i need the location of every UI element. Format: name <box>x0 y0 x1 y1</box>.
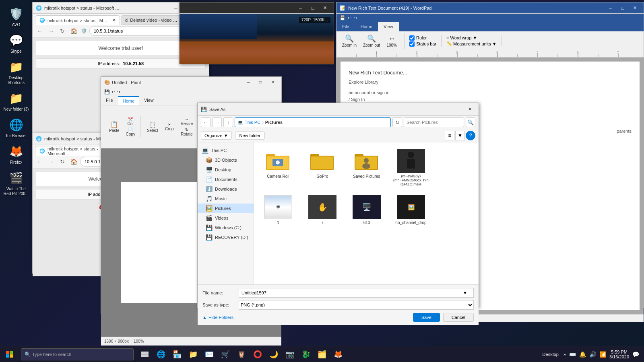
sidebar-desktop[interactable]: 🖥️ Desktop <box>198 165 254 175</box>
b2-reload[interactable]: ↻ <box>58 157 67 167</box>
zoom-out-btn[interactable]: 🔍 Zoom out <box>361 33 382 49</box>
taskbar-firefox[interactable]: 🦊 <box>332 348 345 361</box>
home-btn[interactable]: 🏠 <box>69 26 78 36</box>
resize-btn[interactable]: ↔ Resize <box>178 117 196 126</box>
desktop-btn[interactable]: Desktop <box>543 352 559 357</box>
save-btn[interactable]: Save <box>413 313 440 322</box>
taskbar-unknown2[interactable]: 🌙 <box>267 348 280 361</box>
folder-camera-roll[interactable]: Camera Roll <box>258 146 298 189</box>
saveas-close[interactable]: ✕ <box>464 105 475 114</box>
browser-tab-main[interactable]: 🌐 mikrotik hotspot > status - Microsoft … <box>35 15 120 25</box>
sidebar-this-pc[interactable]: 💻 This PC <box>198 146 254 155</box>
paste-btn[interactable]: 📋 Paste <box>107 119 122 134</box>
measurement-btn[interactable]: 📏 Measurement units ▼ <box>446 41 496 46</box>
file-610[interactable]: 🖥️ 610 <box>347 193 387 227</box>
camera-minimize[interactable]: ─ <box>295 4 306 12</box>
keyboard-icon[interactable]: ⌨️ <box>569 351 576 358</box>
sidebar-videos[interactable]: 🎬 Videos <box>198 213 254 223</box>
hide-folders-btn[interactable]: ▲ Hide Folders <box>202 315 233 320</box>
camera-close[interactable]: ✕ <box>319 4 330 12</box>
file-complex-name[interactable]: (m=ewlG0y)(mh=FMNOM0cXHYnQa4ZO)male <box>391 146 431 189</box>
file-channel-drop[interactable]: 🖼️ ho_channel_drop <box>391 193 431 227</box>
sidebar-windows-c[interactable]: 💾 Windows (C:) <box>198 223 254 232</box>
organize-btn[interactable]: Organize ▼ <box>201 132 232 140</box>
saveas-back-btn[interactable]: ← <box>201 117 211 127</box>
folder-saved-pictures[interactable]: Saved Pictures <box>347 146 387 189</box>
wordpad-tab-file[interactable]: File <box>336 22 355 31</box>
desktop-icon-firefox[interactable]: 🦊 Firefox <box>2 142 31 167</box>
taskbar-mail[interactable]: ✉️ <box>203 348 216 361</box>
taskbar-amazon[interactable]: 🛒 <box>219 348 232 361</box>
saveas-refresh-btn[interactable]: ↻ <box>392 117 402 127</box>
cancel-btn[interactable]: Cancel <box>443 313 474 322</box>
wordwrap-btn[interactable]: ≡ Word wrap ▼ <box>446 35 496 40</box>
zoom-in-btn[interactable]: 🔍 Zoom in <box>340 33 359 49</box>
paint-tab-file[interactable]: File <box>101 96 118 105</box>
copy-btn[interactable]: 📄 Copy <box>124 127 138 137</box>
desktop-icon-skype[interactable]: 💬 Skype <box>2 31 31 56</box>
wordpad-tab-home[interactable]: Home <box>355 22 378 31</box>
notification-icon[interactable]: 🔔 <box>579 351 586 358</box>
rotate-btn[interactable]: ↻ Rotate <box>178 127 196 137</box>
desktop-icon-new-folder[interactable]: 📁 New folder (3) <box>2 88 31 113</box>
breadcrumb-pictures[interactable]: Pictures <box>265 120 283 125</box>
cut-btn[interactable]: ✂️ Cut <box>124 117 138 126</box>
saveas-up-btn[interactable]: ↑ <box>223 117 233 127</box>
paint-undo-icon[interactable]: ↩ <box>111 89 115 95</box>
wp-save-icon[interactable]: 💾 <box>340 15 345 21</box>
statusbar-label[interactable]: Status bar <box>409 41 436 47</box>
taskbar-store[interactable]: 🏪 <box>171 348 184 361</box>
tab-close[interactable]: ✕ <box>112 18 116 23</box>
paint-tab-home[interactable]: Home <box>118 96 139 105</box>
sidebar-recovery-d[interactable]: 💾 RECOVERY (D:) <box>198 232 254 242</box>
file-screenshot-1[interactable]: 🖥️ 1 <box>258 193 298 227</box>
paint-maximize[interactable]: □ <box>255 78 266 87</box>
paint-close[interactable]: ✕ <box>267 78 278 87</box>
paint-redo-icon[interactable]: ↪ <box>117 89 120 95</box>
view-help-btn[interactable]: ? <box>466 131 475 140</box>
wp-redo-icon[interactable]: ↪ <box>354 15 357 21</box>
wordpad-maximize[interactable]: □ <box>617 4 628 12</box>
action-center-icon[interactable]: 💬 <box>632 351 639 358</box>
start-button[interactable] <box>0 346 19 362</box>
paint-minimize[interactable]: ─ <box>243 78 254 87</box>
zoom-100-btn[interactable]: ↔ 100% <box>384 33 399 49</box>
sidebar-3d-objects[interactable]: 📦 3D Objects <box>198 155 254 165</box>
wordpad-tab-view[interactable]: View <box>378 22 399 31</box>
view-toggle-btn[interactable]: ≡ <box>445 131 454 140</box>
saveas-search-input[interactable] <box>404 117 464 127</box>
b2-back[interactable]: ← <box>35 157 45 167</box>
paint-save-icon[interactable]: 💾 <box>104 89 110 95</box>
saveas-forward-btn[interactable]: → <box>212 117 222 127</box>
ruler-label[interactable]: Ruler <box>409 35 436 41</box>
taskbar-files2[interactable]: 🗂️ <box>316 348 328 361</box>
saveas-search-btn[interactable]: 🔍 <box>466 117 475 127</box>
taskbar-unknown1[interactable]: ⭕ <box>251 348 264 361</box>
speaker-icon[interactable]: 🔊 <box>589 351 596 358</box>
breadcrumb-thispc[interactable]: This PC <box>245 120 260 125</box>
taskbar-clock[interactable]: 5:59 PM 3/16/2020 <box>609 350 629 359</box>
folder-gopro[interactable]: GoPro <box>302 146 343 189</box>
savetype-select[interactable]: PNG (*.png) JPEG (*.jpg) BMP (*.bmp) GIF… <box>239 300 474 310</box>
taskbar-files[interactable]: 📁 <box>187 348 200 361</box>
sidebar-pictures[interactable]: 🖼️ Pictures <box>198 204 254 213</box>
wp-undo-icon[interactable]: ↩ <box>348 15 351 21</box>
filename-dropdown-icon[interactable]: ▼ <box>463 290 467 295</box>
taskbar-ie[interactable]: 🌐 <box>155 348 167 361</box>
select-btn[interactable]: ⬚ Select <box>144 119 161 134</box>
network-icon[interactable]: 📶 <box>599 351 606 358</box>
forward-btn[interactable]: → <box>46 26 56 36</box>
reload-btn[interactable]: ↻ <box>58 26 67 36</box>
desktop-icon-shortcuts[interactable]: 📁 Desktop Shortcuts <box>2 57 31 87</box>
file-7[interactable]: ✋ 7 <box>302 193 343 227</box>
wordpad-close[interactable]: ✕ <box>629 4 640 12</box>
new-folder-btn[interactable]: New folder <box>235 132 265 140</box>
filename-input[interactable] <box>242 290 463 295</box>
taskbar-camera[interactable]: 📷 <box>283 348 296 361</box>
wordpad-minimize[interactable]: ─ <box>605 4 616 12</box>
taskbar-tripadvisor[interactable]: 🦉 <box>235 348 248 361</box>
desktop-icon-avg[interactable]: 🛡️ AVG <box>2 4 31 29</box>
sidebar-downloads[interactable]: ⬇️ Downloads <box>198 184 254 194</box>
view-dropdown-btn[interactable]: ▼ <box>455 131 465 140</box>
taskbar-task-view[interactable] <box>138 348 151 361</box>
